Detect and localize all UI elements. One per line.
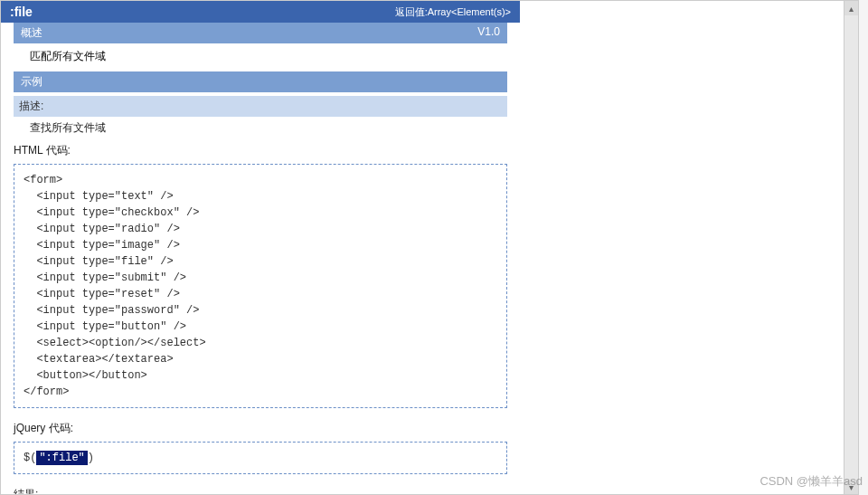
page-title: :file (10, 5, 33, 19)
example-bar: 示例 (14, 71, 507, 92)
jquery-code-label: jQuery 代码: (14, 417, 520, 440)
overview-bar: 概述 V1.0 (14, 23, 507, 43)
jq-prefix: $( (24, 452, 36, 464)
html-code-label: HTML 代码: (14, 139, 520, 162)
jq-suffix: ) (88, 452, 94, 464)
document-page: :file 返回值:Array<Element(s)> 概述 V1.0 匹配所有… (0, 0, 859, 495)
jquery-code-box: $(":file") (14, 442, 507, 474)
overview-description: 匹配所有文件域 (14, 43, 520, 71)
example-label: 示例 (21, 74, 42, 90)
result-label: 结果: (14, 483, 520, 495)
version-label: V1.0 (477, 25, 500, 41)
title-bar: :file 返回值:Array<Element(s)> (1, 1, 520, 23)
jq-highlight: ":file" (36, 451, 87, 465)
example-description: 查找所有文件域 (14, 117, 520, 139)
scroll-up-icon[interactable]: ▴ (844, 1, 858, 15)
html-code-box: <form> <input type="text" /> <input type… (14, 164, 507, 408)
describe-label: 描述: (19, 100, 43, 112)
describe-bar: 描述: (14, 96, 507, 117)
scroll-down-icon[interactable]: ▾ (844, 480, 858, 494)
vertical-scrollbar[interactable]: ▴ ▾ (844, 1, 858, 494)
return-value: 返回值:Array<Element(s)> (395, 5, 511, 19)
overview-label: 概述 (21, 25, 42, 41)
content-column: :file 返回值:Array<Element(s)> 概述 V1.0 匹配所有… (14, 1, 520, 495)
